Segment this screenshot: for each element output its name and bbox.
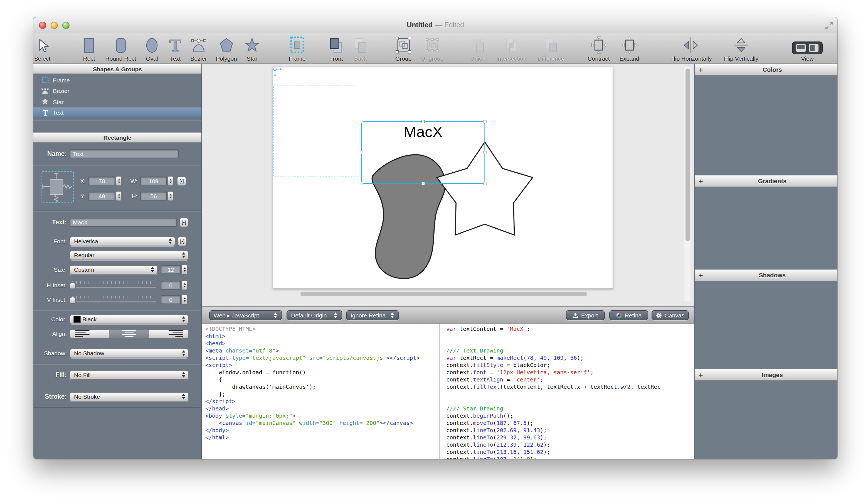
align-left-button[interactable] — [70, 330, 110, 338]
shape-list-item-frame[interactable]: Frame — [33, 74, 202, 85]
v-inset-stepper[interactable] — [182, 295, 187, 305]
selection-handle[interactable] — [360, 151, 363, 154]
toolbar-item-intersection[interactable]: Intersection — [496, 35, 527, 62]
font-dropdown[interactable]: Helvetica — [70, 236, 175, 246]
back-icon — [351, 35, 370, 54]
html-code-pane[interactable]: <!DOCTYPE HTML><html><head><meta charset… — [202, 324, 440, 459]
retina-dropdown[interactable]: Ignore Retina — [346, 310, 399, 320]
panel-colors[interactable] — [695, 76, 837, 175]
canvas-area[interactable]: MacX — [202, 64, 728, 324]
intersection-icon — [496, 35, 527, 54]
toolbar-item-star[interactable]: Star — [242, 35, 261, 62]
h-inset-slider[interactable] — [70, 281, 156, 290]
align-right-button[interactable] — [149, 330, 188, 338]
x-field[interactable]: 78 — [89, 177, 115, 185]
w-stepper[interactable] — [167, 176, 174, 186]
artboard[interactable]: MacX — [273, 67, 613, 289]
font-target-button[interactable]: [•] — [177, 236, 187, 246]
y-field[interactable]: 49 — [89, 192, 115, 201]
h-inset-field[interactable]: 0 — [161, 281, 181, 290]
shape-list-item-text[interactable]: TText — [33, 107, 202, 118]
toolbar-item-flip-horizontally[interactable]: Flip Horizontally — [670, 35, 712, 62]
text-content-field[interactable]: MacX — [70, 218, 177, 226]
size-stepper[interactable] — [182, 264, 187, 274]
toolbar-item-union[interactable]: Union — [468, 35, 487, 62]
panel-images[interactable] — [695, 381, 837, 459]
toolbar-item-round-rect[interactable]: Round Rect — [105, 35, 136, 62]
h-field[interactable]: 56 — [140, 192, 167, 201]
color-dropdown[interactable]: Black — [70, 314, 189, 324]
toolbar-item-view[interactable]: View — [792, 35, 823, 62]
bezier-shape[interactable] — [372, 155, 445, 279]
toolbar-item-group[interactable]: Group — [394, 35, 413, 62]
text-shape[interactable]: MacX — [404, 124, 443, 140]
panel-gradients[interactable] — [695, 187, 837, 270]
h-inset-stepper[interactable] — [182, 280, 187, 290]
toolbar-item-text[interactable]: TText — [167, 35, 184, 62]
selection-handle[interactable] — [483, 182, 486, 185]
toolbar-item-label: View — [792, 55, 823, 62]
dropdown-arrows-icon — [333, 313, 338, 318]
shadow-dropdown[interactable]: No Shadow — [70, 348, 189, 358]
align-center-button[interactable] — [110, 330, 149, 338]
code-line: </head> — [205, 405, 439, 412]
canvas-horizontal-scrollbar[interactable] — [300, 292, 587, 296]
selection-handle[interactable] — [360, 120, 363, 123]
frame-shape[interactable] — [274, 85, 358, 177]
toolbar-item-contract[interactable]: Contract — [588, 35, 610, 62]
canvas-button[interactable]: Canvas — [652, 310, 689, 320]
toolbar-item-ungroup[interactable]: Ungroup — [421, 35, 444, 62]
y-stepper[interactable] — [116, 191, 122, 201]
text-expand-button[interactable]: [•] — [179, 218, 189, 227]
v-inset-field[interactable]: 0 — [161, 295, 181, 304]
toolbar-item-polygon[interactable]: Polygon — [216, 35, 237, 62]
language-dropdown[interactable]: Web ▸ JavaScript — [209, 310, 282, 320]
dropdown-arrows-icon — [273, 313, 278, 318]
size-mode-dropdown[interactable]: Custom — [70, 265, 157, 274]
add-gradients-button[interactable]: + — [695, 176, 707, 187]
toolbar-item-flip-vertically[interactable]: Flip Vertically — [724, 35, 758, 62]
js-code-pane[interactable]: var textContent = 'MacX'; //// Text Draw… — [440, 324, 721, 459]
toolbar-item-expand[interactable]: Expand — [619, 35, 639, 62]
shape-list-item-bezier[interactable]: Bezier — [33, 85, 202, 96]
toolbar-item-bezier[interactable]: Bezier — [189, 35, 208, 62]
fullscreen-icon[interactable] — [825, 22, 833, 30]
resize-target-button[interactable]: [•] — [177, 176, 186, 186]
toolbar-item-oval[interactable]: Oval — [143, 35, 161, 62]
add-colors-button[interactable]: + — [695, 64, 707, 75]
drawing-canvas[interactable]: MacX — [273, 67, 613, 289]
selection-handle[interactable] — [422, 120, 425, 123]
font-style-dropdown[interactable]: Regular — [70, 250, 189, 260]
v-inset-slider[interactable] — [70, 295, 156, 304]
name-label: Name: — [33, 150, 70, 157]
panel-header-colors: +Colors — [695, 64, 837, 76]
x-stepper[interactable] — [116, 176, 122, 186]
toolbar-item-frame[interactable]: Frame — [288, 35, 307, 62]
add-shadows-button[interactable]: + — [695, 270, 707, 281]
toolbar-item-difference[interactable]: Difference — [537, 35, 564, 62]
scrollbar-thumb[interactable] — [685, 69, 690, 241]
w-field[interactable]: 109 — [140, 177, 167, 185]
titlebar[interactable]: Untitled— Edited — [33, 17, 837, 34]
selection-handle[interactable] — [483, 120, 486, 123]
size-field[interactable]: 12 — [161, 265, 181, 274]
h-stepper[interactable] — [167, 191, 174, 201]
canvas-vertical-scrollbar[interactable] — [684, 67, 691, 301]
shape-list-item-label: Frame — [53, 77, 70, 83]
selection-handle[interactable] — [483, 151, 486, 154]
add-images-button[interactable]: + — [695, 370, 707, 380]
retina-button[interactable]: Retina — [609, 310, 648, 320]
fill-dropdown[interactable]: No Fill — [70, 370, 189, 380]
selection-handle[interactable] — [360, 182, 363, 185]
panel-shadows[interactable] — [695, 281, 837, 369]
selection-center-handle[interactable] — [422, 182, 424, 185]
toolbar-item-rect[interactable]: Rect — [80, 35, 99, 62]
toolbar-item-front[interactable]: Front — [327, 35, 345, 62]
origin-dropdown[interactable]: Default Origin — [287, 310, 342, 320]
export-button[interactable]: Export — [566, 310, 605, 320]
toolbar-item-select[interactable]: Select — [34, 35, 50, 62]
name-field[interactable]: Text — [70, 149, 179, 158]
stroke-dropdown[interactable]: No Stroke — [70, 392, 189, 401]
toolbar-item-back[interactable]: Back — [351, 35, 370, 62]
shape-list-item-star[interactable]: Star — [33, 96, 202, 107]
